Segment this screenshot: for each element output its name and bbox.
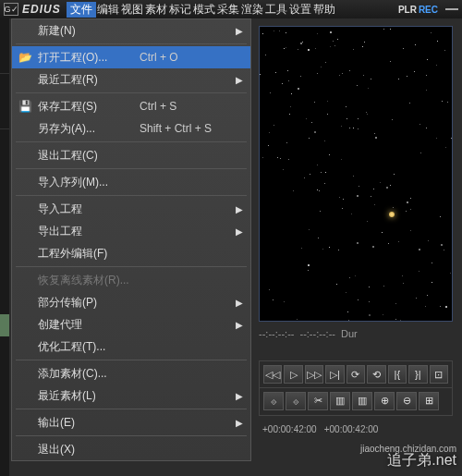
menu-10[interactable]: 帮助 [312,2,336,18]
menu-item[interactable]: 输出(E)▶ [12,411,250,433]
menu-item-shortcut: Ctrl + O [140,51,178,64]
menu-separator [16,43,247,44]
transport-button[interactable]: ⊕ [374,392,395,410]
menu-separator [16,409,247,409]
transport-button[interactable]: ▥ [330,392,350,410]
menu-item-label: 新建(N) [38,23,140,39]
transport-button[interactable]: ⟐ [263,392,284,410]
menu-item-label: 打开工程(O)... [38,50,140,66]
preview-monitor [259,26,453,322]
menu-item[interactable]: 部分传输(P)▶ [12,291,250,313]
menu-1[interactable]: 编辑 [96,2,120,18]
menu-item[interactable]: 优化工程(T)... [12,336,250,358]
timecode-2: +00:00:42:00 [324,424,379,434]
menu-item-label: 保存工程(S) [38,99,140,115]
submenu-arrow-icon: ▶ [236,320,243,330]
menu-separator [16,195,247,196]
menu-item-label: 添加素材(C)... [38,366,140,382]
transport-button[interactable]: }| [408,365,427,384]
transport-button[interactable]: ⟲ [367,365,385,384]
menu-item-label: 工程外编辑(F) [38,246,140,262]
menu-separator [16,168,247,169]
transport-button[interactable]: ▷▷ [305,365,323,384]
menu-item-label: 退出(X) [38,442,140,458]
app-logo: G✓ [4,3,18,16]
transport-button[interactable]: ⟳ [346,365,365,384]
transport-button[interactable]: ⊡ [430,365,448,384]
menu-separator [16,360,247,360]
submenu-arrow-icon: ▶ [236,226,243,237]
watermark-text: 追子弟.net [387,451,456,470]
menu-item-shortcut: Ctrl + S [140,100,176,113]
menu-6[interactable]: 采集 [216,2,240,18]
timecode-info: --:--:--:-- --:--:--:-- Dur [259,328,453,339]
transport-button[interactable]: ◁◁ [263,365,282,384]
transport-row-1: ◁◁▷▷▷▷|⟳⟲|{}|⊡ [260,361,452,387]
menu-item[interactable]: 工程外编辑(F) [12,242,250,264]
in-point: --:--:--:-- [259,328,294,339]
menu-item[interactable]: 📂打开工程(O)...Ctrl + O [12,46,250,68]
menu-item-label: 最近素材(L) [38,388,140,404]
menu-separator [16,266,247,267]
timecode-1: +00:00:42:00 [262,424,317,434]
submenu-arrow-icon: ▶ [236,418,243,428]
submenu-arrow-icon: ▶ [236,391,243,401]
menu-bar: 文件编辑视图素材标记模式采集渲染工具设置帮助 [67,2,398,18]
menu-item-label: 恢复离线素材(R)... [38,273,140,288]
menu-item[interactable]: 退出工程(C) [12,144,250,166]
transport-button[interactable]: |{ [388,365,407,384]
menu-item-label: 输出(E) [38,415,140,431]
menu-item[interactable]: 最近工程(R)▶ [12,68,250,91]
menu-item-label: 最近工程(R) [38,72,140,88]
dur-label: Dur [341,328,358,339]
menu-item[interactable]: 💾保存工程(S)Ctrl + S [12,95,250,117]
menu-item-label: 导出工程 [38,224,140,239]
menu-item-icon: 💾 [18,100,32,113]
transport-button[interactable]: ⟐ [286,392,306,410]
menu-item-label: 导入工程 [38,201,140,217]
transport-button[interactable]: ▷ [284,365,302,384]
title-bar: G✓ EDIUS 文件编辑视图素材标记模式采集渲染工具设置帮助 PLR REC [0,0,462,18]
transport-row-2: ⟐⟐✂▥▥⊕⊖⊞ [260,387,452,413]
transport-button[interactable]: ▥ [352,392,372,410]
menu-9[interactable]: 设置 [288,2,312,18]
menu-item[interactable]: 添加素材(C)... [12,362,250,384]
menu-0[interactable]: 文件 [67,2,96,18]
out-point: --:--:--:-- [299,328,334,339]
menu-item[interactable]: 另存为(A)...Shift + Ctrl + S [12,117,250,140]
transport-button[interactable]: ✂ [308,392,328,410]
menu-3[interactable]: 素材 [144,2,168,18]
menu-item-label: 优化工程(T)... [38,339,140,355]
transport-button[interactable]: ⊖ [396,392,417,410]
menu-item[interactable]: 导入工程▶ [12,198,250,220]
menu-item[interactable]: 导入序列(M)... [12,171,250,193]
menu-separator [16,435,247,436]
submenu-arrow-icon: ▶ [236,75,243,85]
transport-button[interactable]: ⊞ [419,392,439,410]
rec-label: REC [419,5,438,15]
menu-5[interactable]: 模式 [192,2,216,18]
menu-item[interactable]: 创建代理▶ [12,313,250,336]
transport-panel: ◁◁▷▷▷▷|⟳⟲|{}|⊡ ⟐⟐✂▥▥⊕⊖⊞ [259,360,453,416]
file-menu-dropdown: 新建(N)▶📂打开工程(O)...Ctrl + O最近工程(R)▶💾保存工程(S… [11,18,251,461]
menu-item-label: 创建代理 [38,317,140,333]
minimize-button[interactable] [445,8,458,10]
transport-button[interactable]: ▷| [325,365,344,384]
menu-item[interactable]: 新建(N)▶ [12,19,250,42]
menu-item[interactable]: 退出(X) [12,438,250,460]
menu-7[interactable]: 渲染 [240,2,264,18]
menu-separator [16,141,247,142]
menu-separator [16,92,247,93]
workspace: 新建(N)▶📂打开工程(O)...Ctrl + O最近工程(R)▶💾保存工程(S… [0,18,462,476]
app-name: EDIUS [22,3,61,16]
menu-item-label: 部分传输(P) [38,295,140,311]
menu-item-label: 退出工程(C) [38,148,140,164]
menu-item[interactable]: 导出工程▶ [12,220,250,242]
window-status: PLR REC [398,5,458,15]
menu-item: 恢复离线素材(R)... [12,269,250,291]
menu-item[interactable]: 最近素材(L)▶ [12,384,250,407]
menu-8[interactable]: 工具 [264,2,288,18]
menu-2[interactable]: 视图 [120,2,144,18]
menu-4[interactable]: 标记 [168,2,192,18]
menu-item-label: 导入序列(M)... [38,175,140,190]
